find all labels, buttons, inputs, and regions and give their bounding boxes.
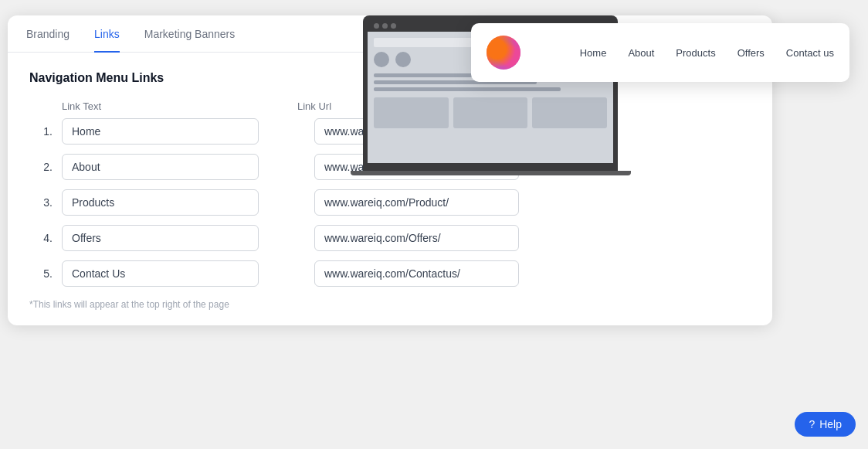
nav-preview-card: HomeAboutProductsOffersContact us	[471, 23, 849, 82]
help-label: Help	[819, 418, 842, 430]
nav-row-3: 3.	[29, 189, 751, 216]
row-number-4: 4.	[29, 232, 53, 244]
laptop-bottom	[363, 163, 618, 171]
tab-marketing-banners[interactable]: Marketing Banners	[144, 15, 236, 53]
link-url-input-5[interactable]	[314, 260, 519, 287]
preview-nav-item-5: Contact us	[786, 47, 834, 59]
link-text-input-1[interactable]	[62, 118, 259, 145]
row-number-1: 1.	[29, 125, 53, 138]
screen-line-3	[374, 87, 561, 91]
preview-nav-item-2: About	[628, 47, 654, 59]
dot-3	[391, 23, 396, 29]
row-number-5: 5.	[29, 267, 53, 280]
nav-row-4: 4.	[29, 225, 751, 251]
nav-links-preview: HomeAboutProductsOffersContact us	[580, 47, 834, 59]
row-number-3: 3.	[29, 196, 53, 209]
preview-nav-item-3: Products	[676, 47, 715, 59]
help-button[interactable]: ? Help	[795, 412, 856, 437]
tab-links[interactable]: Links	[94, 15, 120, 53]
laptop-base	[351, 171, 631, 175]
row-number-2: 2.	[29, 161, 53, 173]
preview-nav-item-1: Home	[580, 47, 607, 59]
dot-2	[382, 23, 388, 29]
link-text-input-4[interactable]	[62, 225, 259, 251]
preview-nav-item-4: Offers	[737, 47, 765, 59]
screen-block-2	[395, 52, 411, 67]
link-url-input-4[interactable]	[314, 225, 519, 251]
link-text-input-3[interactable]	[62, 189, 259, 216]
laptop-dots	[374, 23, 396, 29]
col-header-link-text: Link Text	[62, 100, 297, 112]
screen-block-1	[374, 52, 389, 67]
link-url-input-3[interactable]	[314, 189, 519, 216]
footnote: *This links will appear at the top right…	[29, 299, 751, 310]
nav-row-5: 5.	[29, 260, 751, 287]
brand-avatar	[487, 36, 520, 70]
preview-container: HomeAboutProductsOffersContact us	[340, 15, 865, 175]
dot-1	[374, 23, 379, 29]
screen-card-1	[374, 97, 449, 128]
screen-card-2	[453, 97, 528, 128]
screen-card-3	[532, 97, 607, 128]
screen-grid	[374, 97, 607, 128]
help-icon: ?	[809, 418, 815, 430]
link-text-input-2[interactable]	[62, 154, 259, 180]
link-text-input-5[interactable]	[62, 260, 259, 287]
tab-branding[interactable]: Branding	[26, 15, 70, 53]
